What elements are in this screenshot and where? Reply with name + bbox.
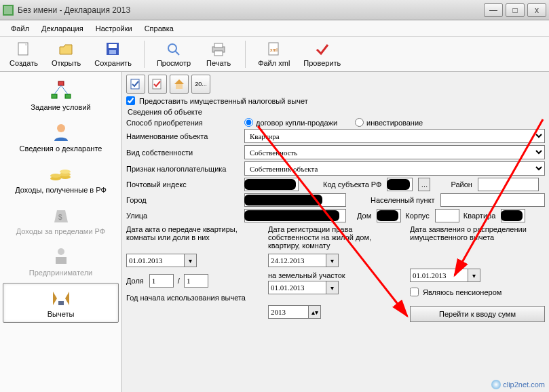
year-start-label: Год начала использования вычета: [126, 294, 261, 302]
mini-btn-1[interactable]: [126, 75, 145, 94]
year-start-field[interactable]: [268, 305, 309, 319]
share-label: Доля: [126, 277, 145, 285]
sidebar-item-label: Доходы за пределами РФ: [16, 227, 105, 235]
svg-point-25: [58, 248, 64, 255]
building-label: Корпус: [405, 212, 430, 220]
svg-rect-15: [65, 94, 71, 98]
object-name-label: Наименование объекта: [126, 132, 240, 140]
svg-rect-26: [56, 257, 67, 264]
tool-print[interactable]: Печать: [200, 40, 237, 68]
mini-btn-3[interactable]: [170, 75, 189, 94]
taxpayer-sign-label: Признак налогоплательщика: [126, 165, 240, 173]
svg-rect-33: [176, 84, 183, 89]
date-land-field[interactable]: [268, 281, 326, 294]
tool-preview[interactable]: Просмотр: [153, 40, 195, 68]
tool-preview-label: Просмотр: [157, 59, 191, 67]
svg-line-17: [61, 85, 68, 94]
date-act-field[interactable]: [126, 254, 185, 267]
svg-text:xml: xml: [270, 47, 278, 52]
new-file-icon: [16, 41, 32, 58]
svg-point-18: [57, 124, 65, 132]
date-act-picker-button[interactable]: ▾: [185, 254, 197, 267]
object-name-select[interactable]: Квартира: [244, 129, 545, 143]
coins-icon: [49, 163, 73, 184]
tool-check-label: Проверить: [303, 59, 341, 67]
acq-contract-radio[interactable]: [244, 118, 253, 127]
date-reg-field[interactable]: [268, 254, 326, 267]
group-title: Сведения об объекте: [128, 108, 545, 116]
pensioner-checkbox[interactable]: [410, 288, 419, 296]
go-to-sums-button[interactable]: Перейти к вводу сумм: [410, 306, 545, 322]
menu-file[interactable]: Файл: [5, 23, 35, 34]
ownership-type-select[interactable]: Собственность: [244, 145, 545, 159]
person-icon: [49, 122, 73, 142]
city-label: Город: [126, 196, 240, 204]
locality-field[interactable]: [440, 193, 545, 207]
tool-create-label: Создать: [10, 59, 38, 67]
acq-invest-radio[interactable]: [355, 118, 364, 127]
magnifier-icon: [166, 41, 182, 58]
tool-create[interactable]: Создать: [5, 40, 42, 68]
date-appl-field[interactable]: [410, 269, 468, 282]
sidebar-item-income-rf[interactable]: Доходы, полученные в РФ: [3, 159, 119, 199]
menu-settings[interactable]: Настройки: [90, 23, 138, 34]
region-code-lookup-button[interactable]: …: [418, 178, 430, 191]
pensioner-label: Являюсь пенсионером: [423, 288, 501, 296]
sidebar-item-declarant[interactable]: Сведения о декларанте: [3, 117, 119, 157]
date-land-picker-button[interactable]: ▾: [326, 281, 339, 294]
district-field[interactable]: [478, 178, 539, 191]
sidebar-item-deductions[interactable]: Вычеты: [3, 283, 119, 323]
tool-xml-label: Файл xml: [258, 59, 290, 67]
tool-check[interactable]: Проверить: [299, 40, 345, 68]
svg-rect-14: [52, 94, 57, 98]
tool-open-label: Открыть: [52, 59, 81, 67]
clip2net-icon: [491, 380, 501, 389]
sidebar-item-label: Доходы, полученные в РФ: [15, 186, 107, 194]
check-icon: [314, 41, 330, 58]
menubar: Файл Декларация Настройки Справка: [0, 20, 549, 37]
acq-invest-label: инвестирование: [366, 119, 423, 127]
provide-deduction-checkbox[interactable]: [126, 96, 135, 105]
moneybag-icon: $: [49, 205, 73, 225]
date-reg-picker-button[interactable]: ▾: [326, 254, 339, 267]
share-num-field[interactable]: [149, 274, 174, 288]
mini-btn-4[interactable]: 20...: [191, 75, 210, 94]
svg-point-23: [60, 170, 71, 174]
separator: [144, 41, 145, 68]
watermark-text: clip2net.com: [503, 380, 545, 389]
year-start-spinner[interactable]: ▴▾: [309, 305, 321, 319]
sidebar-item-income-foreign[interactable]: $ Доходы за пределами РФ: [3, 200, 119, 240]
postcode-label: Почтовый индекс: [126, 180, 240, 189]
taxpayer-sign-select[interactable]: Собственник объекта: [244, 161, 545, 176]
svg-point-20: [50, 174, 61, 178]
share-den-field[interactable]: [184, 274, 208, 288]
menu-help[interactable]: Справка: [139, 23, 179, 34]
sidebar-item-entrepreneur[interactable]: Предприниматели: [3, 241, 119, 281]
sidebar-item-conditions[interactable]: Задание условий: [3, 76, 119, 116]
tool-save[interactable]: Сохранить: [90, 40, 136, 68]
maximize-button[interactable]: □: [506, 3, 525, 17]
doc-red-check-icon: [151, 78, 164, 90]
separator: [245, 41, 246, 68]
menu-declaration[interactable]: Декларация: [36, 23, 89, 34]
minimize-button[interactable]: —: [484, 3, 503, 17]
briefcase-person-icon: [49, 246, 73, 267]
svg-rect-5: [109, 50, 116, 54]
mini-toolbar: 20...: [126, 75, 545, 94]
svg-line-16: [54, 85, 61, 94]
svg-rect-30: [131, 79, 139, 89]
date-reg-desc: Дата регистрации права собственности на …: [268, 225, 403, 252]
close-button[interactable]: x: [527, 3, 546, 17]
tool-xml[interactable]: xml Файл xml: [254, 40, 294, 68]
building-field[interactable]: [435, 209, 459, 222]
mini-btn-2[interactable]: [148, 75, 167, 94]
tool-open[interactable]: Открыть: [48, 40, 85, 68]
house-label: Дом: [357, 212, 373, 220]
svg-rect-31: [153, 79, 161, 89]
floppy-icon: [105, 41, 121, 58]
sidebar-item-label: Вычеты: [48, 310, 75, 318]
svg-line-7: [175, 51, 179, 55]
svg-marker-32: [174, 79, 184, 84]
date-appl-desc: Дата заявления о распределении имуществе…: [410, 225, 545, 252]
date-appl-picker-button[interactable]: ▾: [468, 269, 480, 282]
